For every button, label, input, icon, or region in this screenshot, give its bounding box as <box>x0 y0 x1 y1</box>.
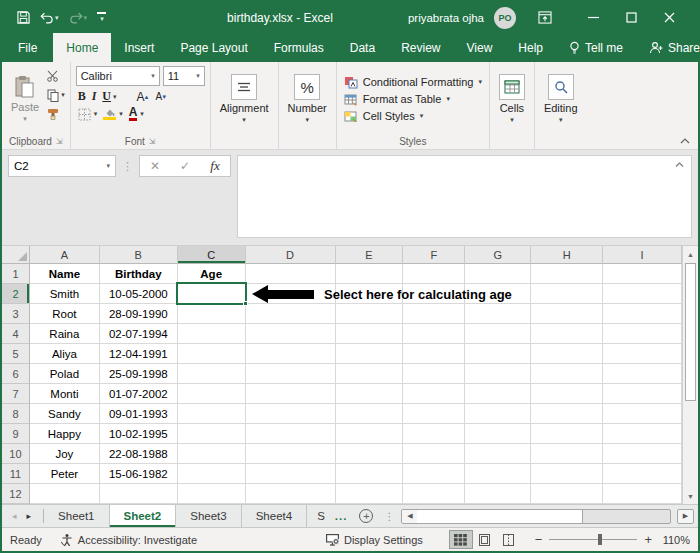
zoom-out-button[interactable]: − <box>535 532 543 547</box>
column-header-D[interactable]: D <box>246 246 336 264</box>
display-settings-button[interactable]: Display Settings <box>325 533 423 546</box>
tab-view[interactable]: View <box>454 33 506 62</box>
cell-I8[interactable] <box>603 404 682 424</box>
row-header-9[interactable]: 9 <box>2 424 30 444</box>
cell-G8[interactable] <box>465 404 531 424</box>
cell-F12[interactable] <box>403 484 465 504</box>
row-header-10[interactable]: 10 <box>2 444 30 464</box>
zoom-in-button[interactable]: + <box>644 532 652 547</box>
undo-button[interactable]: ▾ <box>37 10 62 26</box>
cell-F10[interactable] <box>403 444 465 464</box>
tab-page-layout[interactable]: Page Layout <box>167 33 260 62</box>
cell-A12[interactable] <box>30 484 100 504</box>
cell-G11[interactable] <box>465 464 531 484</box>
cell-I11[interactable] <box>603 464 682 484</box>
page-break-view-button[interactable] <box>497 530 521 549</box>
borders-button[interactable]: ▾ <box>78 108 98 121</box>
cell-H5[interactable] <box>531 344 603 364</box>
cell-H8[interactable] <box>531 404 603 424</box>
customize-qat-icon[interactable]: ▾ <box>94 10 109 25</box>
cell-B11[interactable]: 15-06-1982 <box>100 464 178 484</box>
cell-B4[interactable]: 02-07-1994 <box>100 324 178 344</box>
close-button[interactable] <box>650 2 688 33</box>
cell-E3[interactable] <box>336 304 404 324</box>
sheet-tab-sheet1[interactable]: Sheet1 <box>44 505 109 527</box>
cell-D4[interactable] <box>246 324 336 344</box>
add-sheet-button[interactable]: + <box>353 505 379 527</box>
cell-H2[interactable] <box>531 284 603 304</box>
bold-button[interactable]: B <box>78 89 86 104</box>
scroll-right-icon[interactable]: ▶ <box>677 509 694 524</box>
cell-G3[interactable] <box>465 304 531 324</box>
cell-F2[interactable] <box>403 284 465 304</box>
cell-E1[interactable] <box>336 264 404 284</box>
copy-button[interactable]: ▾ <box>47 88 65 102</box>
save-icon[interactable] <box>14 9 33 26</box>
cell-B7[interactable]: 01-07-2002 <box>100 384 178 404</box>
formula-input[interactable] <box>237 155 692 238</box>
cell-F9[interactable] <box>403 424 465 444</box>
cell-E10[interactable] <box>336 444 404 464</box>
column-header-G[interactable]: G <box>465 246 531 264</box>
cell-H11[interactable] <box>531 464 603 484</box>
cell-D11[interactable] <box>246 464 336 484</box>
cell-D8[interactable] <box>246 404 336 424</box>
cell-A2[interactable]: Smith <box>30 284 100 304</box>
cell-G6[interactable] <box>465 364 531 384</box>
cell-F7[interactable] <box>403 384 465 404</box>
cell-F8[interactable] <box>403 404 465 424</box>
cell-C7[interactable] <box>178 384 246 404</box>
cell-F4[interactable] <box>403 324 465 344</box>
cell-D2[interactable] <box>246 284 336 304</box>
cell-I1[interactable] <box>603 264 682 284</box>
alignment-button[interactable]: Alignment ▾ <box>214 65 275 133</box>
cell-E5[interactable] <box>336 344 404 364</box>
cell-G9[interactable] <box>465 424 531 444</box>
zoom-slider-thumb[interactable] <box>598 534 602 545</box>
font-name-select[interactable]: Calibri▾ <box>76 66 160 86</box>
column-header-F[interactable]: F <box>403 246 465 264</box>
scroll-up-icon[interactable]: ▲ <box>683 246 698 262</box>
cell-A7[interactable]: Monti <box>30 384 100 404</box>
ribbon-display-options-icon[interactable] <box>526 2 564 33</box>
cell-E4[interactable] <box>336 324 404 344</box>
column-header-A[interactable]: A <box>30 246 100 264</box>
cell-I5[interactable] <box>603 344 682 364</box>
cell-F3[interactable] <box>403 304 465 324</box>
cell-B8[interactable]: 09-01-1993 <box>100 404 178 424</box>
zoom-level[interactable]: 110% <box>656 534 690 546</box>
column-header-E[interactable]: E <box>336 246 404 264</box>
column-header-I[interactable]: I <box>603 246 682 264</box>
cell-I2[interactable] <box>603 284 682 304</box>
row-header-7[interactable]: 7 <box>2 384 30 404</box>
cell-F5[interactable] <box>403 344 465 364</box>
cell-F6[interactable] <box>403 364 465 384</box>
cell-C1[interactable]: Age <box>178 264 246 284</box>
redo-dropdown-icon[interactable]: ▾ <box>84 14 88 22</box>
cell-H1[interactable] <box>531 264 603 284</box>
cell-E6[interactable] <box>336 364 404 384</box>
column-header-B[interactable]: B <box>100 246 178 264</box>
row-header-4[interactable]: 4 <box>2 324 30 344</box>
cells-button[interactable]: Cells ▾ <box>493 65 531 133</box>
tell-me-button[interactable]: Tell me <box>556 33 636 62</box>
cell-H12[interactable] <box>531 484 603 504</box>
share-button[interactable]: Share <box>636 33 700 62</box>
cell-D12[interactable] <box>246 484 336 504</box>
collapse-ribbon-icon[interactable] <box>680 134 690 146</box>
cell-B6[interactable]: 25-09-1998 <box>100 364 178 384</box>
font-color-button[interactable]: A▾ <box>129 107 144 121</box>
cell-I7[interactable] <box>603 384 682 404</box>
cell-H4[interactable] <box>531 324 603 344</box>
cell-A11[interactable]: Peter <box>30 464 100 484</box>
cell-C6[interactable] <box>178 364 246 384</box>
italic-button[interactable]: I <box>92 89 97 104</box>
tab-help[interactable]: Help <box>505 33 556 62</box>
row-header-5[interactable]: 5 <box>2 344 30 364</box>
prev-sheet-icon[interactable]: ◂ <box>12 511 17 521</box>
cell-I9[interactable] <box>603 424 682 444</box>
cell-C12[interactable] <box>178 484 246 504</box>
cell-H6[interactable] <box>531 364 603 384</box>
collapse-formula-bar-icon[interactable] <box>675 159 684 169</box>
row-header-12[interactable]: 12 <box>2 484 30 504</box>
